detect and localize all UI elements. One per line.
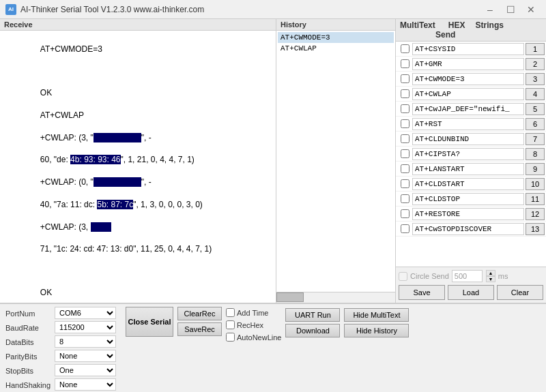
- mt-send-btn-9[interactable]: 9: [526, 163, 545, 175]
- rechex-row: RecHex: [226, 320, 281, 329]
- hide-multitext-button[interactable]: Hide MultiText: [344, 308, 409, 322]
- mt-check-6[interactable]: [401, 119, 410, 128]
- mt-check-2[interactable]: [401, 59, 410, 68]
- mt-send-btn-7[interactable]: 7: [526, 133, 545, 145]
- mt-check-9[interactable]: [401, 164, 410, 173]
- stopbits-select[interactable]: One: [55, 364, 116, 376]
- mt-row-7: 7: [396, 132, 546, 147]
- circle-send-checkbox[interactable]: [399, 272, 407, 281]
- add-time-checkbox[interactable]: [226, 308, 235, 317]
- mt-checkbox-5[interactable]: [397, 104, 412, 113]
- databits-select[interactable]: 8: [55, 335, 116, 348]
- mt-input-6[interactable]: [412, 118, 524, 130]
- mt-input-11[interactable]: [412, 193, 524, 205]
- mt-row-12: 12: [396, 207, 546, 222]
- mt-input-10[interactable]: [412, 178, 524, 190]
- bottom-area: PortNum COM6 BaudRate 115200 DataBits 8 …: [0, 303, 546, 392]
- history-item-1[interactable]: AT+CWMODE=3: [278, 32, 394, 43]
- mt-input-4[interactable]: [412, 88, 524, 100]
- mt-checkbox-3[interactable]: [397, 74, 412, 83]
- mt-input-5[interactable]: [412, 103, 524, 115]
- mt-checkbox-4[interactable]: [397, 89, 412, 98]
- mt-input-3[interactable]: [412, 73, 524, 85]
- mt-checkbox-8[interactable]: [397, 149, 412, 158]
- mt-check-10[interactable]: [401, 179, 410, 188]
- baudrate-select[interactable]: 115200: [55, 321, 116, 333]
- mt-send-btn-1[interactable]: 1: [526, 43, 545, 55]
- mt-check-8[interactable]: [401, 149, 410, 158]
- settings-grid: PortNum COM6 BaudRate 115200 DataBits 8 …: [5, 307, 116, 392]
- circle-spin-up[interactable]: ▲: [486, 270, 495, 276]
- history-item-2[interactable]: AT+CWLAP: [278, 43, 394, 54]
- mt-input-8[interactable]: [412, 148, 524, 160]
- circle-send-input[interactable]: [452, 270, 483, 282]
- mt-check-5[interactable]: [401, 104, 410, 113]
- mt-check-7[interactable]: [401, 134, 410, 143]
- circle-send-ms: ms: [498, 272, 508, 280]
- maximize-button[interactable]: ☐: [501, 0, 520, 19]
- databits-label: DataBits: [5, 335, 53, 349]
- receive-line-4: +CWLAP: (3, " ", -: [40, 133, 152, 142]
- mt-input-13[interactable]: [412, 223, 524, 235]
- mt-checkbox-1[interactable]: [397, 44, 412, 53]
- receive-line-10: OK: [40, 288, 52, 297]
- circle-send-label: Circle Send: [410, 272, 449, 280]
- history-list[interactable]: AT+CWMODE=3 AT+CWLAP: [276, 31, 395, 292]
- title-bar-left: AI AI-Thinker Serial Tool V1.2.3.0 www.a…: [5, 4, 204, 15]
- mt-check-12[interactable]: [401, 209, 410, 218]
- mt-send-btn-5[interactable]: 5: [526, 103, 545, 115]
- mt-input-9[interactable]: [412, 163, 524, 175]
- minimize-button[interactable]: –: [480, 0, 500, 19]
- close-serial-button[interactable]: Close Serial: [126, 307, 173, 337]
- handshaking-select[interactable]: None: [55, 378, 116, 391]
- rechex-checkbox[interactable]: [226, 320, 235, 329]
- saverec-button[interactable]: SaveRec: [177, 322, 222, 336]
- mt-send-btn-8[interactable]: 8: [526, 148, 545, 160]
- circle-spin-down[interactable]: ▼: [486, 276, 495, 282]
- mt-checkbox-9[interactable]: [397, 164, 412, 173]
- mt-send-btn-12[interactable]: 12: [526, 208, 545, 220]
- download-button[interactable]: Download: [285, 324, 340, 337]
- mt-send-btn-13[interactable]: 13: [526, 223, 545, 235]
- mt-input-2[interactable]: [412, 58, 524, 70]
- mt-check-3[interactable]: [401, 74, 410, 83]
- mt-check-4[interactable]: [401, 89, 410, 98]
- mt-hex-header: HEX: [448, 20, 465, 30]
- portnum-select[interactable]: COM6: [55, 307, 116, 319]
- mt-clear-button[interactable]: Clear: [497, 285, 543, 300]
- autonewline-checkbox[interactable]: [226, 333, 235, 342]
- close-button[interactable]: ✕: [521, 0, 541, 19]
- uart-run-button[interactable]: UART Run: [285, 308, 340, 322]
- mt-send-btn-4[interactable]: 4: [526, 88, 545, 100]
- mt-send-btn-2[interactable]: 2: [526, 58, 545, 70]
- mt-input-7[interactable]: [412, 133, 524, 145]
- mt-send-btn-3[interactable]: 3: [526, 73, 545, 85]
- mt-check-11[interactable]: [401, 194, 410, 203]
- mt-checkbox-11[interactable]: [397, 194, 412, 203]
- mt-checkbox-6[interactable]: [397, 119, 412, 128]
- mt-checkbox-12[interactable]: [397, 209, 412, 218]
- mt-checkbox-13[interactable]: [397, 224, 412, 233]
- serial-section: Close Serial: [126, 307, 173, 337]
- handshaking-label: HandShaking: [5, 378, 53, 392]
- redacted-1: [94, 133, 141, 142]
- mt-checkbox-2[interactable]: [397, 59, 412, 68]
- hide-history-button[interactable]: Hide History: [344, 324, 409, 337]
- mt-send-btn-10[interactable]: 10: [526, 178, 545, 190]
- app-icon: AI: [5, 4, 16, 15]
- receive-line-6: +CWLAP: (0, " ", -: [40, 177, 152, 187]
- mt-load-button[interactable]: Load: [448, 285, 494, 300]
- mt-save-button[interactable]: Save: [399, 285, 445, 300]
- mt-input-1[interactable]: [412, 43, 524, 55]
- paritybits-select[interactable]: None: [55, 350, 116, 362]
- mt-checkbox-10[interactable]: [397, 179, 412, 188]
- mt-check-13[interactable]: [401, 224, 410, 233]
- mt-send-btn-6[interactable]: 6: [526, 118, 545, 130]
- run-section: UART Run Download: [285, 308, 340, 337]
- clearrec-button[interactable]: ClearRec: [177, 307, 222, 320]
- receive-text: AT+CWMODE=3 OK AT+CWLAP +CWLAP: (3, " ",…: [0, 31, 276, 303]
- mt-send-btn-11[interactable]: 11: [526, 193, 545, 205]
- mt-check-1[interactable]: [401, 44, 410, 53]
- mt-checkbox-7[interactable]: [397, 134, 412, 143]
- mt-input-12[interactable]: [412, 208, 524, 220]
